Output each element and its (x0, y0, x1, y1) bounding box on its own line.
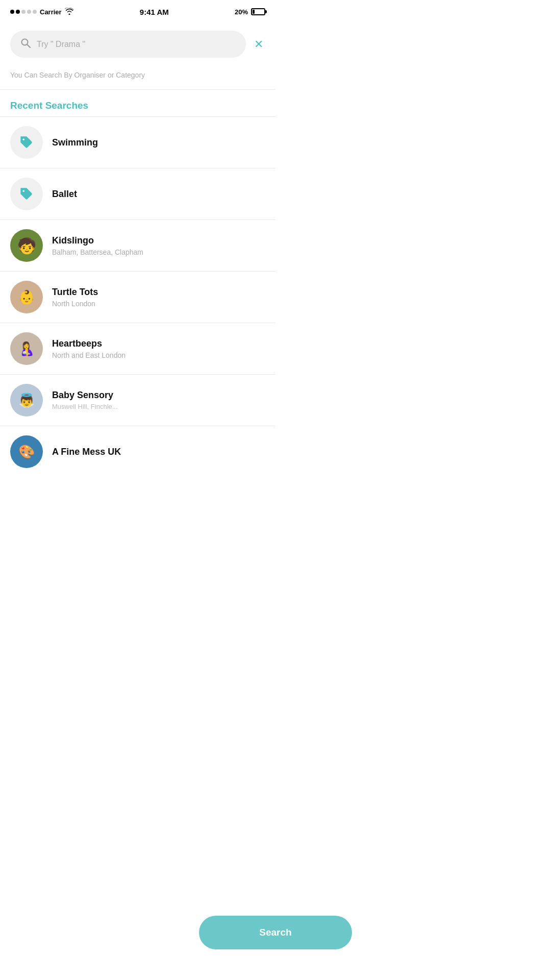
search-area: Try " Drama " ✕ (0, 22, 276, 66)
avatar-fine-mess: 🎨 (10, 435, 43, 468)
avatar-swimming (10, 126, 43, 159)
item-text-turtle-tots: Turtle Tots North London (52, 287, 98, 308)
item-text-ballet: Ballet (52, 189, 77, 200)
avatar-emoji: 👼 (18, 393, 35, 408)
svg-line-1 (28, 45, 31, 48)
svg-point-2 (22, 138, 24, 140)
status-left: Carrier (10, 8, 74, 16)
item-title: Baby Sensory (52, 390, 118, 401)
signal-dot-3 (21, 10, 26, 14)
list-item[interactable]: 🤱 Heartbeeps North and East London (0, 323, 276, 375)
search-icon (20, 38, 31, 51)
wifi-icon (65, 8, 74, 16)
item-title: Kidslingo (52, 235, 143, 246)
signal-dots (10, 10, 37, 14)
list-item[interactable]: 👶 Turtle Tots North London (0, 272, 276, 323)
search-placeholder: Try " Drama " (37, 40, 85, 49)
avatar-ballet (10, 178, 43, 210)
status-time: 9:41 AM (140, 8, 169, 16)
item-subtitle: North London (52, 300, 98, 308)
item-text-baby-sensory: Baby Sensory Muswell Hill, Finchle... (52, 390, 118, 410)
list-item[interactable]: Swimming (0, 117, 276, 168)
item-text-heartbeeps: Heartbeeps North and East London (52, 338, 126, 359)
signal-dot-1 (10, 10, 14, 14)
signal-dot-2 (16, 10, 20, 14)
item-subtitle: Muswell Hill, Finchle... (52, 403, 118, 410)
item-text-fine-mess: A Fine Mess UK (52, 447, 121, 457)
avatar-emoji: 👶 (18, 289, 35, 305)
list-item[interactable]: 🧒 Kidslingo Balham, Battersea, Clapham (0, 220, 276, 272)
list-item[interactable]: 👼 Baby Sensory Muswell Hill, Finchle... (0, 375, 276, 426)
item-text-swimming: Swimming (52, 137, 98, 148)
item-title: Heartbeeps (52, 338, 126, 349)
item-text-kidslingo: Kidslingo Balham, Battersea, Clapham (52, 235, 143, 256)
list-item[interactable]: Ballet (0, 168, 276, 220)
item-subtitle: Balham, Battersea, Clapham (52, 248, 143, 256)
signal-dot-4 (27, 10, 31, 14)
carrier-label: Carrier (40, 8, 62, 16)
status-right: 20% (235, 8, 265, 16)
list-item[interactable]: 🎨 A Fine Mess UK (0, 426, 276, 509)
helper-text: You Can Search By Organiser or Category (0, 66, 276, 89)
item-title: A Fine Mess UK (52, 447, 121, 457)
status-bar: Carrier 9:41 AM 20% (0, 0, 276, 22)
tag-icon (19, 187, 34, 201)
avatar-heartbeeps: 🤱 (10, 332, 43, 365)
item-title: Ballet (52, 189, 77, 200)
recent-searches-heading: Recent Searches (0, 90, 276, 116)
avatar-emoji: 🤱 (18, 341, 35, 357)
avatar-emoji: 🎨 (18, 444, 35, 460)
tag-icon (19, 135, 34, 150)
svg-point-3 (22, 190, 24, 192)
avatar-baby-sensory: 👼 (10, 384, 43, 416)
avatar-turtle-tots: 👶 (10, 281, 43, 313)
search-bar[interactable]: Try " Drama " (10, 31, 246, 58)
battery-icon (251, 8, 265, 15)
avatar-emoji: 🧒 (17, 237, 36, 255)
close-button[interactable]: ✕ (252, 36, 265, 53)
item-title: Turtle Tots (52, 287, 98, 298)
battery-percent: 20% (235, 8, 248, 16)
item-subtitle: North and East London (52, 351, 126, 359)
svg-point-0 (22, 39, 28, 45)
signal-dot-5 (33, 10, 37, 14)
avatar-kidslingo: 🧒 (10, 229, 43, 262)
item-title: Swimming (52, 137, 98, 148)
